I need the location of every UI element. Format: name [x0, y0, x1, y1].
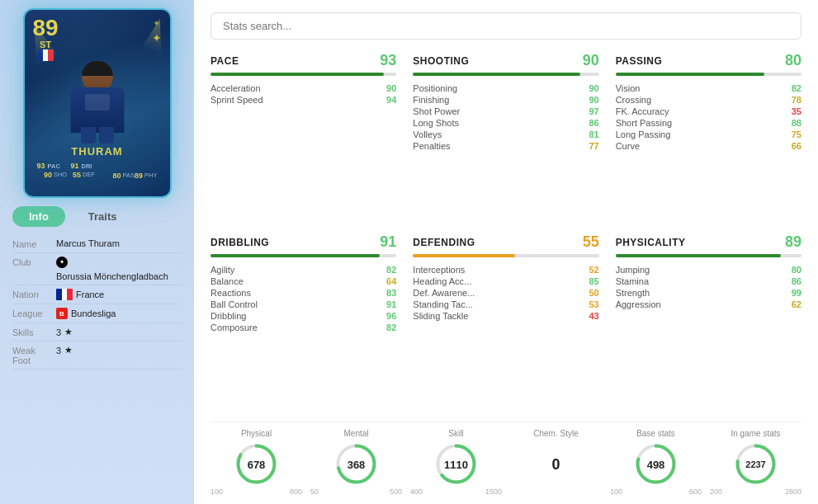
bundesliga-icon: B	[56, 308, 68, 319]
defending-value: 55	[583, 233, 599, 251]
player-tabs: Info Traits	[0, 206, 194, 227]
category-defending: DEFENDING 55 Interceptions 52 Heading Ac…	[413, 233, 598, 405]
stat-strength: Strength 99	[616, 287, 801, 299]
stat-acceleration: Acceleration 90	[210, 82, 396, 94]
club-value: ✦ Borussia Mönchengladbach	[56, 257, 182, 281]
meter-physical: Physical 678 100 800	[210, 429, 302, 496]
in-game-stats-range: 200 2800	[710, 488, 801, 496]
mental-meter-range: 50 500	[310, 488, 402, 496]
player-info-section: Name Marcus Thuram Club ✦ Borussia Mönch…	[0, 227, 194, 378]
stat-interceptions: Interceptions 52	[413, 264, 598, 276]
stat-composure: Composure 82	[210, 322, 396, 333]
stat-balance: Balance 64	[210, 276, 396, 287]
stat-aggression: Aggression 62	[616, 299, 801, 310]
meter-mental: Mental 368 50 500	[310, 429, 402, 496]
stat-penalties: Penalties 77	[413, 140, 598, 152]
card-player-name: THURAM	[71, 145, 122, 158]
mental-meter-circle: 368	[333, 441, 379, 487]
meter-base-stats: Base stats 498 100 600	[610, 429, 702, 496]
stat-heading-accuracy: Heading Acc... 85	[413, 276, 598, 287]
left-panel: 89 ST ✦ ✦ THURAM	[0, 0, 194, 504]
in-game-stats-meter-label: In game stats	[731, 429, 780, 438]
stat-shot-power: Shot Power 97	[413, 106, 598, 117]
category-pace: PACE 93 Acceleration 90 Sprint Speed 94	[210, 52, 396, 224]
stat-agility: Agility 82	[210, 264, 396, 276]
stat-vision: Vision 82	[616, 82, 801, 94]
club-icon: ✦	[56, 257, 68, 268]
meter-in-game-stats: In game stats 2237 200 2800	[710, 429, 801, 496]
shooting-label: SHOOTING	[413, 55, 469, 67]
in-game-stats-value: 2237	[745, 459, 765, 469]
passing-value: 80	[785, 52, 801, 69]
physicality-label: PHYSICALITY	[616, 237, 686, 248]
skill-meter-value: 1110	[444, 458, 468, 470]
tab-info[interactable]: Info	[12, 206, 65, 227]
meter-skill: Skill 1110 400 1500	[410, 429, 502, 496]
skill-meter-circle: 1110	[433, 441, 479, 487]
stat-crossing: Crossing 78	[616, 94, 801, 106]
shooting-value: 90	[583, 52, 599, 69]
stat-finishing: Finishing 90	[413, 94, 598, 106]
physical-meter-range: 100 800	[210, 488, 302, 496]
league-label: League	[12, 308, 50, 318]
base-stats-range: 100 600	[610, 488, 702, 496]
skill-meter-range: 400 1500	[410, 488, 502, 496]
nation-value: France	[56, 289, 104, 300]
stats-grid: PACE 93 Acceleration 90 Sprint Speed 94 …	[210, 52, 801, 415]
stat-standing-tackle: Standing Tac... 53	[413, 299, 598, 310]
stat-def-awareness: Def. Awarene... 50	[413, 287, 598, 299]
dribbling-label: DRIBBLING	[210, 237, 269, 248]
stat-short-passing: Short Passing 88	[616, 117, 801, 129]
dribbling-value: 91	[380, 233, 396, 251]
base-stats-meter-circle: 498	[633, 441, 679, 487]
right-panel: PACE 93 Acceleration 90 Sprint Speed 94 …	[194, 0, 818, 504]
category-shooting: SHOOTING 90 Positioning 90 Finishing 90 …	[413, 52, 598, 224]
name-label: Name	[12, 238, 50, 249]
stat-stamina: Stamina 86	[616, 276, 801, 287]
weak-foot-value: 3 ★	[56, 345, 73, 356]
physical-meter-value: 678	[248, 458, 266, 470]
club-label: Club	[12, 257, 50, 267]
stat-long-passing: Long Passing 75	[616, 129, 801, 140]
base-stats-meter-label: Base stats	[636, 429, 675, 438]
skills-label: Skills	[12, 327, 50, 337]
stat-ball-control: Ball Control 91	[210, 299, 396, 310]
pace-label: PACE	[210, 55, 239, 67]
defending-label: DEFENDING	[413, 237, 475, 248]
name-value: Marcus Thuram	[56, 238, 120, 248]
league-value: B Bundesliga	[56, 308, 116, 319]
physicality-value: 89	[785, 233, 801, 251]
pace-value: 93	[380, 52, 396, 69]
search-bar	[210, 12, 801, 40]
category-passing: PASSING 80 Vision 82 Crossing 78 FK. Acc…	[616, 52, 801, 224]
chem-style-range	[510, 488, 602, 496]
nation-label: Nation	[12, 289, 50, 299]
in-game-stats-meter-circle: 2237	[733, 441, 778, 487]
nation-flag	[56, 289, 73, 300]
info-row-club: Club ✦ Borussia Mönchengladbach	[12, 253, 182, 285]
player-card: 89 ST ✦ ✦ THURAM	[23, 8, 172, 198]
tab-traits[interactable]: Traits	[72, 206, 134, 227]
info-row-weak-foot: Weak Foot 3 ★	[12, 341, 182, 370]
mental-meter-value: 368	[348, 458, 366, 470]
passing-label: PASSING	[616, 55, 663, 67]
info-row-nation: Nation France	[12, 285, 182, 304]
info-row-league: League B Bundesliga	[12, 304, 182, 323]
stat-volleys: Volleys 81	[413, 129, 598, 140]
mental-meter-label: Mental	[343, 429, 368, 438]
chem-style-value: 0	[551, 455, 560, 473]
stat-sliding-tackle: Sliding Tackle 43	[413, 310, 598, 322]
stat-jumping: Jumping 80	[616, 264, 801, 276]
stat-positioning: Positioning 90	[413, 82, 598, 94]
meters-row: Physical 678 100 800 Mental 368	[210, 422, 801, 496]
meter-chem-style: Chem. Style 0	[510, 429, 602, 496]
skills-value: 3 ★	[56, 327, 73, 337]
info-row-name: Name Marcus Thuram	[12, 235, 182, 253]
search-input[interactable]	[210, 12, 801, 40]
physical-meter-circle: 678	[234, 441, 279, 487]
category-physicality: PHYSICALITY 89 Jumping 80 Stamina 86 Str…	[616, 233, 801, 405]
chem-style-meter-label: Chem. Style	[533, 429, 578, 438]
stat-dribbling: Dribbling 96	[210, 310, 396, 322]
category-dribbling: DRIBBLING 91 Agility 82 Balance 64 React…	[210, 233, 396, 405]
stat-reactions: Reactions 83	[210, 287, 396, 299]
